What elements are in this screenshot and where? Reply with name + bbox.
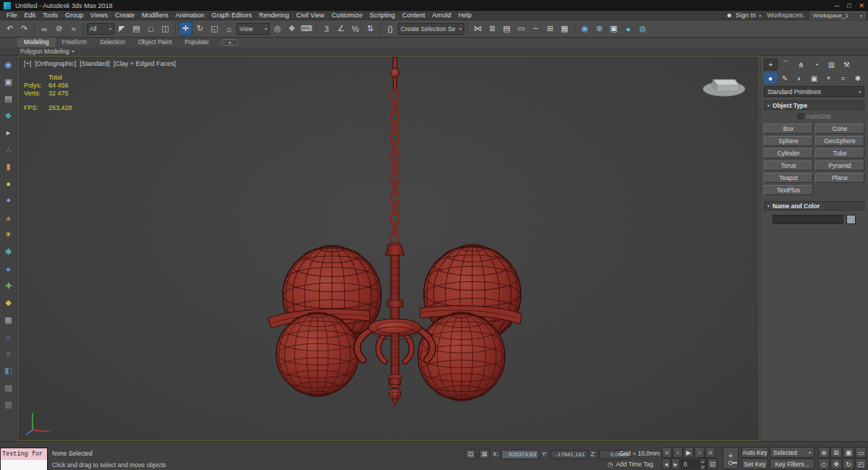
angle-snap-icon[interactable]: ∠ [334,22,348,35]
use-pivot-center-icon[interactable]: ◎ [271,22,284,35]
unlink-icon[interactable]: ⊘ [52,22,66,35]
viewport-shading-menu[interactable]: [Clay + Edged Faces] [114,60,176,67]
autogrid-checkbox[interactable] [798,114,804,119]
orbit-icon[interactable]: ↻ [843,458,854,469]
ribbon-minimize-button[interactable]: ▾ [221,39,239,46]
menu-item[interactable]: Content [399,11,429,20]
create-tab-icon[interactable]: + [764,59,778,70]
render-iterative-icon[interactable]: ◍ [636,22,650,35]
viewcube[interactable] [698,67,750,104]
select-object-icon[interactable]: ◤ [115,22,129,35]
listener-line[interactable] [1,460,47,470]
y-coordinate-field[interactable]: -17641,161 [550,450,588,459]
utilities-tab-icon[interactable]: ⚒ [840,59,854,70]
tab-modeling[interactable]: Modeling [17,38,56,47]
notes-icon[interactable]: ▤ [3,93,14,104]
star-icon[interactable]: ✦ [3,195,14,206]
render-production-icon[interactable]: ● [621,22,635,35]
menu-item[interactable]: Rendering [255,11,293,20]
motion-tab-icon[interactable]: ◔ [809,59,823,70]
reference-coordinate-dropdown[interactable]: View ▾ [237,23,270,35]
menu-item[interactable]: Arnold [428,11,454,20]
ribbon-toggle-icon[interactable]: ▭ [514,22,528,35]
display-tab-icon[interactable]: ▥ [825,59,838,70]
menu-item[interactable]: Modifiers [138,11,172,20]
viewport-config-icon[interactable]: ◉ [3,59,14,70]
menu-item[interactable]: Edit [21,11,40,20]
sun-icon[interactable]: ☀ [3,229,14,240]
particles-icon[interactable]: ∴ [3,145,14,155]
tab-freeform[interactable]: Freeform [56,38,93,47]
menu-item[interactable]: Views [87,11,111,20]
rect-selection-region-icon[interactable]: □ [144,22,158,35]
menu-item[interactable]: Customize [328,11,366,20]
align-icon[interactable]: ≣ [485,22,499,35]
systems-category-icon[interactable]: ✱ [851,72,864,84]
auto-key-button[interactable]: Auto Key [741,447,768,458]
menu-item[interactable]: Group [61,11,87,20]
frame-forward-button[interactable]: ▸ [671,458,680,469]
torus-button[interactable]: Torus [764,161,813,171]
viewport[interactable]: [+] [Orthographic] [Standard] [Clay + Ed… [17,56,760,441]
close-button[interactable]: ✕ [859,2,864,9]
geosphere-button[interactable]: GeoSphere [815,136,864,146]
keyboard-override-icon[interactable]: ⌨ [299,22,313,35]
cylinder-icon[interactable]: ▮ [3,161,14,172]
chandelier-model[interactable] [18,56,760,441]
object-color-swatch[interactable] [846,215,856,224]
pan-icon[interactable]: ✥ [830,458,842,469]
frame-back-button[interactable]: ◂ [662,458,671,469]
tab-object-paint[interactable]: Object Paint [132,38,178,47]
named-selection-dropdown[interactable]: Create Selection Se ▾ [398,23,464,35]
drop-icon[interactable]: ● [3,263,14,274]
box-icon[interactable]: ▥ [3,399,14,410]
polygon-modeling-panel[interactable]: Polygon Modeling ▾ [0,48,75,55]
window-crossing-icon[interactable]: ◫ [158,22,172,35]
maxscript-mini-listener[interactable]: Testing for i [0,448,48,470]
move-arrows-icon[interactable]: ✚ [3,281,14,291]
cone-button[interactable]: Cone [815,124,864,134]
sign-in-button[interactable]: ☻ Sign In ▾ [726,12,762,19]
cursor-icon[interactable]: ▸ [3,127,14,138]
macro-recorder-line[interactable]: Testing for i [1,448,47,460]
add-time-tag[interactable]: ◷ Add Time Tag [608,461,653,468]
tube-button[interactable]: Tube [815,148,864,158]
plane-button[interactable]: Plane [815,173,864,183]
spinner-snap-icon[interactable]: ⇅ [363,22,377,35]
current-frame-spinner[interactable]: 0 ▴▾ [681,459,707,469]
key-mode-dropdown[interactable]: Selected ▾ [770,447,814,458]
tab-selection[interactable]: Selection [93,38,132,47]
select-by-name-icon[interactable]: ▤ [129,22,143,35]
edit-named-sets-icon[interactable]: {} [383,22,397,35]
primitive-category-dropdown[interactable]: Standard Primitives ▾ [764,86,864,97]
hierarchy-tab-icon[interactable]: ⋔ [794,59,808,70]
viewport-general-menu[interactable]: [+] [24,60,31,67]
rendered-frame-icon[interactable]: ▣ [607,22,621,35]
helpers-category-icon[interactable]: ⌖ [822,72,835,84]
tab-populate[interactable]: Populate [178,38,216,47]
set-key-button[interactable]: Set Key [741,458,768,469]
go-to-start-button[interactable]: « [662,447,672,458]
zoom-all-icon[interactable]: ⊞ [830,447,842,458]
select-rotate-icon[interactable]: ↻ [193,22,207,35]
object-type-rollout[interactable]: ▾ Object Type [764,101,864,110]
x-coordinate-field[interactable]: 525374,63 [501,450,539,459]
viewport-pov-menu[interactable]: [Orthographic] [35,60,76,67]
spacewarps-category-icon[interactable]: ≈ [837,72,850,84]
layer-explorer-icon[interactable]: ▤ [500,22,514,35]
palette-icon[interactable]: ❖ [3,111,14,121]
time-configuration-icon[interactable]: ⊡ [707,458,718,469]
image-icon[interactable]: ▣ [3,77,14,87]
curve-editor-icon[interactable]: ∼ [529,22,542,35]
key-filters-button[interactable]: Key Filters... [770,458,814,469]
schematic-view-icon[interactable]: ⊞ [543,22,557,35]
zoom-extents-icon[interactable]: ▣ [843,447,854,458]
sphere-button[interactable]: Sphere [764,136,813,146]
pyramid-button[interactable]: Pyramid [815,161,864,171]
redo-icon[interactable]: ↷ [17,22,31,35]
go-to-end-button[interactable]: » [705,447,715,458]
isolate-selection-icon[interactable]: ⊡ [465,449,476,459]
menu-item[interactable]: Help [454,11,475,20]
box-button[interactable]: Box [764,124,813,134]
zoom-region-icon[interactable]: ▭ [855,447,867,458]
